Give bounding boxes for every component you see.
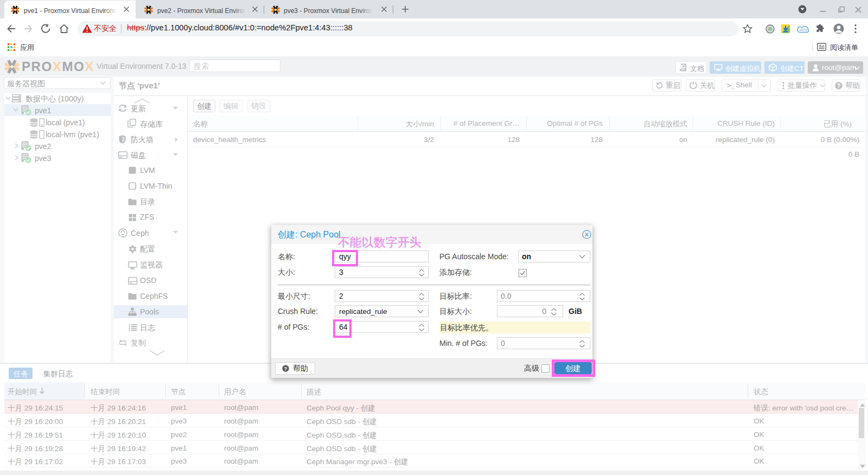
svg-text:?: ? (837, 83, 840, 89)
svg-text:1000y: 1000y (800, 28, 808, 31)
svg-text:?: ? (284, 365, 288, 371)
